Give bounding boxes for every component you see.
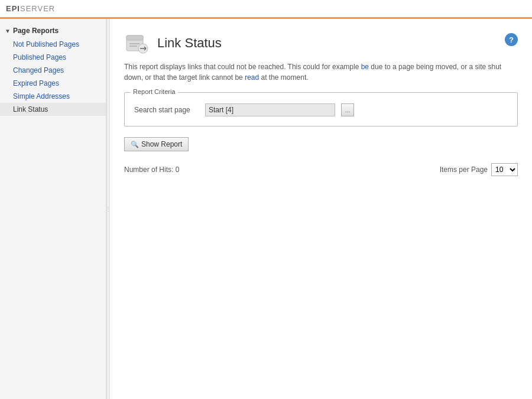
report-criteria-box: Report Criteria Search start page ...	[124, 92, 518, 126]
main-content: Link Status ? This report displays links…	[110, 19, 532, 399]
criteria-row: Search start page ...	[134, 103, 508, 116]
help-button[interactable]: ?	[505, 33, 518, 46]
show-report-icon: 🔍	[131, 141, 139, 148]
report-criteria-legend: Report Criteria	[131, 88, 178, 95]
highlight-read: read	[245, 73, 259, 82]
layout: ▼ Page Reports Not Published Pages Publi…	[0, 19, 532, 399]
sidebar-item-changed[interactable]: Changed Pages	[0, 64, 106, 77]
search-start-page-label: Search start page	[134, 106, 199, 114]
results-row: Number of Hits: 0 Items per Page 10 20 5…	[124, 163, 518, 176]
browse-button[interactable]: ...	[341, 103, 354, 116]
search-start-page-input[interactable]	[205, 103, 335, 116]
items-per-page-select[interactable]: 10 20 50 100	[491, 163, 518, 176]
logo: EPISERVER	[6, 4, 55, 13]
expand-arrow-icon: ▼	[5, 28, 11, 34]
sidebar-item-link-status[interactable]: Link Status	[0, 103, 106, 116]
logo-epi: EPI	[6, 4, 20, 13]
page-title: Link Status	[157, 35, 222, 51]
sidebar-item-simple-addresses[interactable]: Simple Addresses	[0, 90, 106, 103]
sidebar-group-label: Page Reports	[13, 27, 59, 35]
hits-count: Number of Hits: 0	[124, 166, 179, 174]
page-description: This report displays links that could no…	[124, 61, 518, 83]
items-per-page-label: Items per Page	[440, 166, 488, 174]
sidebar: ▼ Page Reports Not Published Pages Publi…	[0, 19, 106, 399]
svg-rect-1	[126, 35, 143, 40]
sidebar-item-not-published[interactable]: Not Published Pages	[0, 38, 106, 51]
highlight-be: be	[361, 63, 369, 71]
items-per-page-area: Items per Page 10 20 50 100	[440, 163, 518, 176]
show-report-button[interactable]: 🔍 Show Report	[124, 137, 189, 151]
sidebar-item-published[interactable]: Published Pages	[0, 51, 106, 64]
page-title-area: Link Status	[124, 31, 222, 56]
sidebar-group-header[interactable]: ▼ Page Reports	[0, 24, 106, 38]
page-header: Link Status ?	[124, 31, 518, 56]
sidebar-item-expired[interactable]: Expired Pages	[0, 77, 106, 90]
hits-label: Number of Hits:	[124, 166, 173, 174]
show-report-label: Show Report	[141, 140, 182, 148]
top-bar: EPISERVER	[0, 0, 532, 19]
hits-value: 0	[176, 166, 180, 174]
page-icon	[124, 31, 149, 56]
logo-server: SERVER	[20, 4, 55, 13]
link-status-icon	[124, 31, 149, 56]
